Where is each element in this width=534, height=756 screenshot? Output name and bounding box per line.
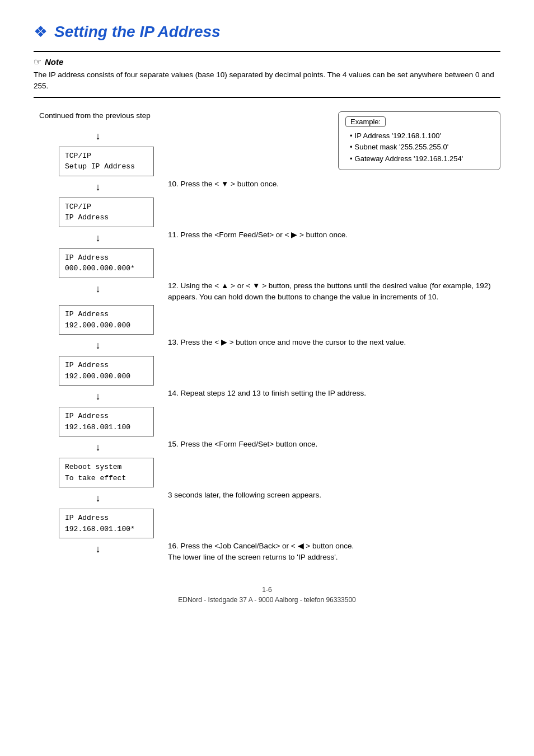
col-left-tcpip-setup: TCP/IPSetup IP Address [34, 147, 162, 176]
col-left-step12: ↓ [34, 280, 162, 297]
col-left-step11: ↓ [34, 229, 162, 246]
arrow-down-4: ↓ [96, 284, 101, 294]
col-left-arrow1: ↓ [34, 128, 162, 144]
flow-row-step14: ↓ 14. Repeat steps 12 and 13 to finish s… [34, 388, 500, 405]
arrow-down-9: ↓ [96, 544, 101, 554]
lcd-ip-final: IP Address192.168.001.100* [59, 509, 154, 538]
flow-row-ip-final: IP Address192.168.001.100* [34, 509, 500, 538]
step-10-text: 10. Press the < ▼ > button once. [162, 179, 500, 190]
step-15-text: 15. Press the <Form Feed/Set> button onc… [162, 439, 500, 450]
col-left-ip192168: IP Address192.168.001.100 [34, 407, 162, 436]
col-left-step15: ↓ [34, 439, 162, 456]
footer-company: EDNord - Istedgade 37 A - 9000 Aalborg -… [34, 596, 500, 604]
arrow-down-8: ↓ [96, 493, 101, 503]
flow-row-step10: ↓ 10. Press the < ▼ > button once. [34, 179, 500, 195]
col-left-tcpip-ipaddr: TCP/IPIP Address [34, 198, 162, 227]
main-title: Setting the IP Address [54, 23, 221, 41]
example-item-3: •Gateway Address '192.168.1.254' [350, 153, 493, 165]
example-item-1: •IP Address '192.168.1.100' [350, 130, 493, 142]
col-left-step10: ↓ [34, 179, 162, 195]
lcd-ip000: IP Address000.000.000.000* [59, 248, 154, 278]
lcd-reboot: Reboot systemTo take effect [59, 458, 154, 487]
step-16-text: 16. Press the <Job Cancel/Back> or < ◀ >… [162, 541, 500, 564]
step-11-text: 11. Press the <Form Feed/Set> or < ▶ > b… [162, 229, 500, 241]
arrow-down-6: ↓ [96, 391, 101, 401]
lcd-tcpip-setup: TCP/IPSetup IP Address [59, 147, 154, 176]
flow-row-step16: ↓ 16. Press the <Job Cancel/Back> or < ◀… [34, 541, 500, 564]
footer-page-number: 1-6 [34, 586, 500, 594]
flow-row-reboot: Reboot systemTo take effect [34, 458, 500, 487]
arrow-down-2: ↓ [96, 182, 101, 192]
col-left-step16: ↓ [34, 541, 162, 557]
arrow-down-7: ↓ [96, 442, 101, 452]
example-title: Example: [345, 116, 386, 127]
note-text: The IP address consists of four separate… [34, 69, 500, 92]
flow-row-step13: ↓ 13. Press the < ▶ > button once and mo… [34, 337, 500, 354]
step-12-text: 12. Using the < ▲ > or < ▼ > button, pre… [162, 280, 500, 303]
note-label: Note [45, 57, 63, 67]
flow-row-ip192-2: IP Address192.000.000.000 [34, 356, 500, 386]
lcd-ip192-1: IP Address192.000.000.000 [59, 305, 154, 335]
step-14-text: 14. Repeat steps 12 and 13 to finish set… [162, 388, 500, 399]
arrow-down-1: ↓ [96, 131, 101, 141]
col-left-step14: ↓ [34, 388, 162, 405]
diamond-icon: ❖ [34, 22, 48, 41]
col-left-ip192-1: IP Address192.000.000.000 [34, 305, 162, 335]
lcd-ip192-2: IP Address192.000.000.000 [59, 356, 154, 386]
page-title-section: ❖ Setting the IP Address [34, 22, 500, 41]
note-header: ☞ Note [34, 57, 500, 67]
flow-row-ip192-1: IP Address192.000.000.000 [34, 305, 500, 335]
step-15b-text: 3 seconds later, the following screen ap… [162, 490, 500, 501]
note-arrow-icon: ☞ [34, 57, 41, 67]
col-left-step15b: ↓ [34, 490, 162, 506]
lcd-tcpip-ipaddr: TCP/IPIP Address [59, 198, 154, 227]
col-left-ip-final: IP Address192.168.001.100* [34, 509, 162, 538]
col-left-ip000: IP Address000.000.000.000* [34, 248, 162, 278]
step-13-text: 13. Press the < ▶ > button once and move… [162, 337, 500, 348]
lcd-ip192168: IP Address192.168.001.100 [59, 407, 154, 436]
flow-row-step15: ↓ 15. Press the <Form Feed/Set> button o… [34, 439, 500, 456]
col-left-reboot: Reboot systemTo take effect [34, 458, 162, 487]
flow-row-step12: ↓ 12. Using the < ▲ > or < ▼ > button, p… [34, 280, 500, 303]
flow-row-ip192168: IP Address192.168.001.100 [34, 407, 500, 436]
example-box: Example: •IP Address '192.168.1.100' •Su… [338, 111, 500, 170]
col-left-ip192-2: IP Address192.000.000.000 [34, 356, 162, 386]
flow-row-tcpip-ipaddr: TCP/IPIP Address [34, 198, 500, 227]
example-item-2: •Subnet mask '255.255.255.0' [350, 142, 493, 153]
arrow-down-3: ↓ [96, 233, 101, 243]
page-footer: 1-6 EDNord - Istedgade 37 A - 9000 Aalbo… [34, 586, 500, 604]
note-section: ☞ Note The IP address consists of four s… [34, 51, 500, 98]
col-left-step13: ↓ [34, 337, 162, 354]
flow-row-ip000: IP Address000.000.000.000* [34, 248, 500, 278]
arrow-down-5: ↓ [96, 340, 101, 350]
flow-row-step11: ↓ 11. Press the <Form Feed/Set> or < ▶ >… [34, 229, 500, 246]
flow-row-step15b: ↓ 3 seconds later, the following screen … [34, 490, 500, 506]
